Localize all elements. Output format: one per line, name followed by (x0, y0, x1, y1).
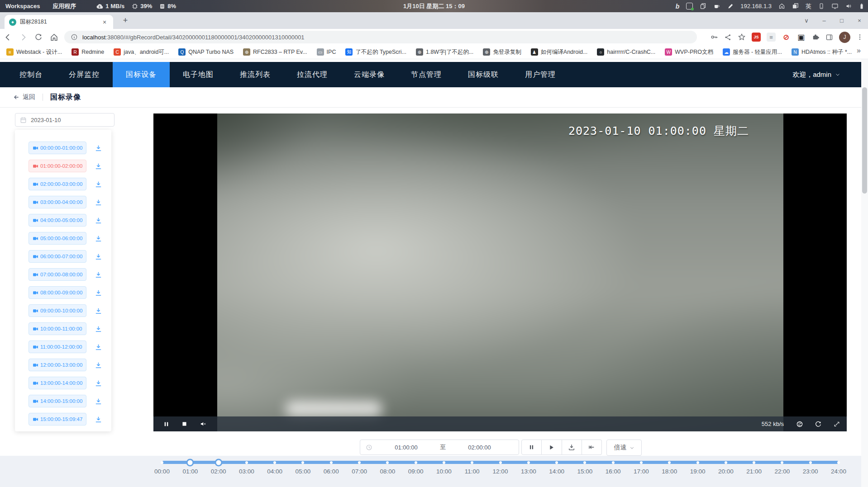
share-icon[interactable] (724, 33, 732, 41)
user-menu[interactable]: 欢迎，admin (792, 71, 840, 79)
pause-button[interactable] (521, 440, 542, 455)
download-recording-button[interactable] (95, 143, 104, 152)
nav-tab[interactable]: 控制台 (6, 62, 56, 87)
download-recording-button[interactable] (95, 306, 104, 315)
extension-icon[interactable]: ≡ (767, 33, 776, 42)
download-recording-button[interactable] (95, 180, 104, 189)
nav-tab[interactable]: 分屏监控 (56, 62, 113, 87)
snapshot-shutter-icon[interactable] (796, 421, 803, 428)
recording-segment-button[interactable]: 11:00:00-12:00:00 (29, 340, 86, 353)
reload-icon[interactable] (31, 33, 46, 41)
recording-segment-button[interactable]: 01:00:00-02:00:00 (29, 160, 86, 172)
pause-icon[interactable] (163, 421, 169, 427)
new-tab-button[interactable]: + (119, 14, 131, 26)
bookmark[interactable]: Q QNAP Turbo NAS (178, 48, 234, 56)
bookmark[interactable]: ☁ 服务器 - 轻量应用... (723, 48, 782, 56)
bookmark[interactable]: W WVP-PRO文档 (665, 48, 713, 56)
download-recording-button[interactable] (95, 415, 104, 424)
bookmark[interactable]: ▭ IPC (317, 48, 336, 56)
extensions-puzzle-icon[interactable] (811, 33, 820, 41)
bookmarks-overflow-icon[interactable]: » (857, 47, 861, 55)
phone-link-icon[interactable] (818, 3, 825, 9)
bing-tray-icon[interactable]: b (676, 3, 680, 10)
recording-segment-button[interactable]: 15:00:00-15:09:47 (29, 413, 86, 426)
bookmark[interactable]: ♟ 如何编译Android... (531, 48, 588, 56)
side-panel-icon[interactable] (825, 33, 833, 41)
browser-menu-icon[interactable] (856, 33, 863, 41)
start-time-value[interactable]: 01:00:00 (372, 444, 440, 451)
video-player[interactable]: 2023-01-10 01:00:00 星期二 552 kb/s (153, 113, 847, 431)
back-icon[interactable] (0, 33, 15, 42)
download-recording-button[interactable] (95, 252, 104, 261)
mute-icon[interactable] (200, 421, 207, 427)
stop-icon[interactable] (181, 421, 187, 427)
download-recording-button[interactable] (95, 234, 104, 243)
maximize-button[interactable]: □ (839, 17, 845, 24)
time-range-input[interactable]: 01:00:00 至 02:00:00 (360, 440, 519, 455)
play-button[interactable] (542, 440, 562, 455)
recording-segment-button[interactable]: 08:00:00-09:00:00 (29, 286, 86, 299)
recording-segment-button[interactable]: 12:00:00-13:00:00 (29, 359, 86, 371)
nav-tab[interactable]: 节点管理 (398, 62, 455, 87)
recording-segment-button[interactable]: 14:00:00-15:00:00 (29, 395, 86, 407)
nav-tab[interactable]: 推流列表 (227, 62, 284, 87)
download-recording-button[interactable] (95, 270, 104, 279)
tab-close-icon[interactable]: × (100, 19, 109, 26)
recording-segment-button[interactable]: 00:00:00-01:00:00 (29, 142, 86, 154)
bookmark[interactable]: ≡ Webstack - 设计... (6, 48, 62, 56)
close-window-button[interactable]: × (856, 17, 863, 24)
nav-tab[interactable]: 用户管理 (512, 62, 569, 87)
recording-segment-button[interactable]: 13:00:00-14:00:00 (29, 377, 86, 389)
page-scrollbar[interactable] (861, 59, 868, 487)
battery-icon[interactable] (859, 3, 864, 10)
profile-avatar[interactable]: J (839, 32, 850, 43)
minimize-button[interactable]: – (821, 17, 827, 24)
forward-icon[interactable] (15, 33, 31, 42)
password-key-icon[interactable] (710, 33, 718, 41)
volume-icon[interactable] (845, 3, 852, 9)
bookmark[interactable]: N HDAtmos :: 种子 *... (792, 48, 852, 56)
nav-tab[interactable]: 国标设备 (113, 62, 170, 87)
download-recording-button[interactable] (95, 360, 104, 369)
fullscreen-icon[interactable] (833, 421, 840, 428)
nav-tab[interactable]: 国标级联 (455, 62, 512, 87)
recording-segment-button[interactable]: 05:00:00-06:00:00 (29, 232, 86, 245)
timeline-handle[interactable] (186, 459, 194, 466)
refresh-icon[interactable] (815, 421, 822, 428)
bookmark[interactable]: ⊕ 免登录复制 (483, 48, 521, 56)
download-recording-button[interactable] (95, 378, 104, 388)
download-recording-button[interactable] (95, 161, 104, 170)
download-button[interactable] (562, 440, 582, 455)
download-recording-button[interactable] (95, 288, 104, 297)
coffee-tray-icon[interactable] (713, 3, 720, 9)
extension-icon[interactable]: ▣ (796, 33, 806, 42)
bookmark[interactable]: ⊕ 1.8W字|了不起的... (416, 48, 473, 56)
playback-speed-dropdown[interactable]: 倍速 (606, 440, 642, 456)
back-button[interactable]: 返回 (13, 93, 35, 101)
window-switcher-icon[interactable] (792, 3, 799, 9)
url-field[interactable]: localhost:38080/#/gbRecordDetail/3402000… (64, 31, 697, 43)
bookmark[interactable]: ○ hairrrrr/C-CrashC... (597, 48, 655, 56)
recording-segment-button[interactable]: 04:00:00-05:00:00 (29, 214, 86, 227)
browser-tab[interactable]: ◆ 国标28181 × (5, 15, 113, 29)
display-icon[interactable] (831, 3, 839, 9)
download-recording-button[interactable] (95, 397, 104, 406)
bookmark[interactable]: ⊕ RFC2833 – RTP Ev... (243, 48, 307, 56)
bookmark[interactable]: R Redmine (72, 48, 104, 56)
app-indicator-icon[interactable] (686, 3, 693, 9)
end-time-value[interactable]: 02:00:00 (446, 444, 513, 451)
ip-address-indicator[interactable]: 192.168.1.3 (740, 3, 772, 9)
date-picker[interactable]: 2023-01-10 (15, 113, 114, 127)
download-recording-button[interactable] (95, 324, 104, 333)
workspaces-button[interactable]: Workspaces (5, 3, 40, 9)
home-icon[interactable] (46, 33, 62, 42)
bookmark-star-icon[interactable] (738, 33, 746, 41)
site-info-icon[interactable] (71, 33, 78, 41)
bookmark[interactable]: 知 了不起的 TypeScri... (345, 48, 406, 56)
recording-segment-button[interactable]: 07:00:00-08:00:00 (29, 268, 86, 281)
extension-icon[interactable]: ⊘ (782, 33, 791, 42)
recording-segment-button[interactable]: 02:00:00-03:00:00 (29, 178, 86, 190)
nav-tab[interactable]: 拉流代理 (284, 62, 341, 87)
extension-icon[interactable]: JS (752, 33, 761, 42)
clipboard-copy-icon[interactable] (700, 3, 706, 9)
